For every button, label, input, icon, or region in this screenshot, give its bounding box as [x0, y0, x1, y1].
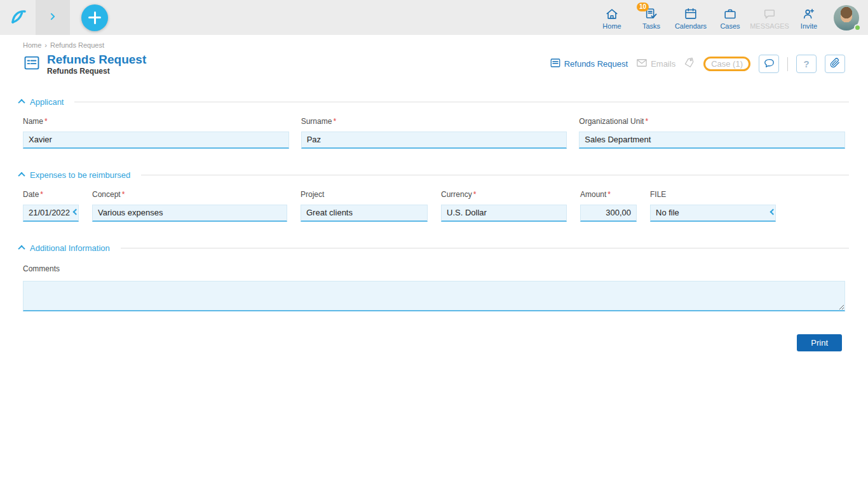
calendar-icon — [684, 7, 698, 21]
project-input[interactable] — [301, 205, 428, 222]
org-unit-label-text: Organizational Unit — [579, 117, 644, 126]
section-expenses-title: Expenses to be reimbursed — [30, 170, 130, 180]
currency-input[interactable] — [441, 205, 567, 222]
concept-input[interactable] — [92, 205, 287, 222]
comments-textarea[interactable] — [23, 281, 845, 311]
form-actions: Print — [0, 334, 842, 351]
logo-icon — [7, 6, 29, 30]
section-additional-header: Additional Information — [19, 243, 849, 253]
name-field-group: Name* — [23, 117, 289, 149]
date-label: Date* — [23, 190, 79, 199]
surname-label-text: Surname — [301, 117, 332, 126]
org-unit-input[interactable] — [579, 132, 845, 149]
date-input[interactable] — [23, 205, 79, 222]
required-marker: * — [473, 190, 477, 199]
nav-invite-label: Invite — [801, 22, 817, 30]
toolbar-form-tab[interactable]: Refunds Request — [550, 57, 628, 71]
help-question-label: ? — [803, 58, 809, 69]
amount-input[interactable] — [580, 205, 637, 222]
toolbar-tag-button[interactable] — [684, 57, 695, 71]
page-subtitle: Refunds Request — [47, 67, 146, 76]
amount-field-group: Amount* — [580, 190, 637, 222]
nav-invite[interactable]: Invite — [789, 6, 829, 30]
chevron-right-icon — [48, 11, 58, 24]
nav-cases[interactable]: Cases — [710, 6, 750, 30]
section-applicant-header: Applicant — [19, 97, 849, 107]
speech-bubble-icon — [763, 57, 775, 71]
project-label: Project — [301, 190, 428, 199]
home-icon — [605, 7, 619, 21]
page-header: Refunds Request Refunds Request Refunds … — [23, 53, 845, 76]
collapse-applicant-icon[interactable] — [18, 99, 25, 106]
section-divider — [141, 175, 849, 175]
section-expenses-header: Expenses to be reimbursed — [19, 170, 849, 180]
required-marker: * — [44, 117, 48, 126]
comments-label-row: Comments — [23, 264, 845, 273]
amount-label-text: Amount — [580, 190, 606, 199]
section-additional-title: Additional Information — [30, 243, 110, 253]
required-marker: * — [333, 117, 336, 126]
nav-calendars[interactable]: Calendars — [671, 6, 710, 30]
nav-tasks[interactable]: 10 Tasks — [632, 6, 671, 30]
briefcase-icon — [723, 7, 737, 21]
nav-messages[interactable]: MESSAGES — [750, 6, 789, 30]
page-title: Refunds Request — [47, 53, 146, 67]
toolbar-emails-label: Emails — [651, 59, 675, 69]
applicant-fields-row: Name* Surname* Organizational Unit* — [23, 117, 845, 149]
top-nav: Home 10 Tasks — [592, 6, 829, 30]
date-field-group: Date* — [23, 190, 79, 222]
nav-home[interactable]: Home — [592, 6, 632, 30]
file-field-group: FILE — [650, 190, 776, 222]
file-input[interactable] — [650, 205, 776, 222]
collapse-expenses-icon[interactable] — [18, 172, 25, 179]
print-button[interactable]: Print — [797, 334, 842, 351]
required-marker: * — [607, 190, 611, 199]
project-field-group: Project — [301, 190, 428, 222]
required-marker: * — [122, 190, 125, 199]
required-marker: * — [40, 190, 43, 199]
surname-field-group: Surname* — [301, 117, 567, 149]
toolbar-emails-tab[interactable]: Emails — [636, 57, 675, 71]
comments-label-text: Comments — [23, 264, 60, 273]
nav-messages-label: MESSAGES — [750, 22, 789, 30]
help-button[interactable]: ? — [796, 55, 817, 73]
section-divider — [121, 248, 849, 248]
breadcrumb-home[interactable]: Home — [23, 41, 41, 49]
surname-input[interactable] — [301, 132, 567, 149]
required-marker: * — [645, 117, 648, 126]
page-titles: Refunds Request Refunds Request — [47, 53, 146, 76]
nav-tasks-label: Tasks — [642, 22, 660, 30]
tasks-count-badge: 10 — [637, 3, 649, 11]
envelope-icon — [636, 57, 648, 71]
attachments-button[interactable] — [825, 55, 845, 73]
page-header-left: Refunds Request Refunds Request — [23, 53, 146, 76]
concept-label-text: Concept — [92, 190, 121, 199]
paperclip-icon — [829, 57, 841, 71]
currency-field-group: Currency* — [441, 190, 567, 222]
invite-user-icon — [802, 7, 816, 21]
page: Home 10 Tasks — [0, 0, 868, 488]
toolbar-comments-button[interactable] — [759, 55, 779, 73]
toolbar-case-tab-highlighted[interactable]: Case (1) — [703, 57, 750, 71]
section-applicant-title: Applicant — [30, 97, 64, 107]
toolbar-divider — [787, 57, 788, 71]
plus-icon — [81, 4, 108, 31]
nav-home-label: Home — [602, 22, 621, 30]
name-input[interactable] — [23, 132, 289, 149]
sidebar-expand-toggle[interactable] — [36, 0, 70, 35]
new-case-button[interactable] — [81, 4, 108, 31]
breadcrumb-separator: › — [44, 41, 47, 49]
file-label: FILE — [650, 190, 776, 199]
project-label-text: Project — [301, 190, 324, 199]
section-divider — [74, 102, 849, 102]
nav-calendars-label: Calendars — [675, 22, 707, 30]
user-avatar[interactable] — [834, 5, 859, 30]
online-status-dot — [854, 24, 861, 31]
currency-label-text: Currency — [441, 190, 472, 199]
breadcrumb-current: Refunds Request — [50, 41, 104, 49]
tag-icon — [684, 57, 695, 71]
app-logo[interactable] — [0, 0, 36, 35]
collapse-additional-icon[interactable] — [18, 245, 25, 252]
comments-label: Comments — [23, 264, 60, 273]
form-icon — [23, 54, 41, 74]
